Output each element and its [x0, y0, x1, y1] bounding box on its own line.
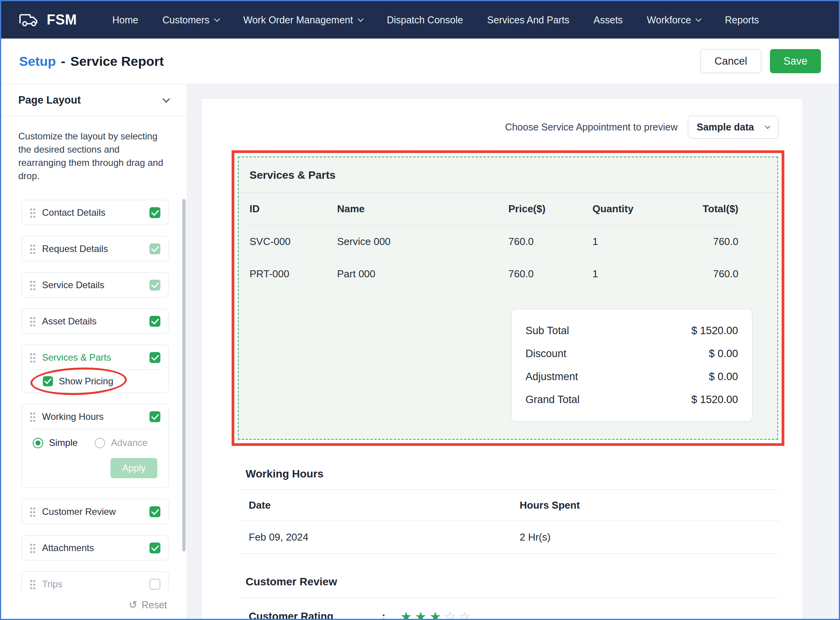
section-checkbox[interactable]: [149, 579, 160, 590]
nav-item-services-and-parts[interactable]: Services And Parts: [475, 1, 582, 39]
nav-item-customers[interactable]: Customers: [150, 1, 231, 39]
layout-section-request-details[interactable]: Request Details: [21, 236, 169, 261]
drag-handle-icon[interactable]: [30, 579, 35, 589]
section-checkbox[interactable]: [149, 207, 160, 218]
layout-section-list: Contact Details Request Details Service …: [1, 200, 187, 597]
subtotal-row: Sub Total $ 1520.00: [525, 319, 738, 342]
discount-row: Discount $ 0.00: [525, 342, 738, 365]
star-icon: ☆: [459, 609, 473, 620]
section-label: Attachments: [42, 542, 94, 553]
nav-menu: Home Customers Work Order Management Dis…: [100, 1, 771, 39]
services-parts-table: ID Name Price($) Quantity Total($) SVC-0…: [239, 193, 777, 290]
totals-summary: Sub Total $ 1520.00 Discount $ 0.00 Adju…: [511, 309, 752, 422]
fsm-logo[interactable]: FSM: [18, 12, 77, 28]
section-label: Service Details: [42, 280, 104, 291]
chevron-down-icon: [765, 123, 770, 129]
app-window: FSM Home Customers Work Order Management…: [0, 0, 840, 620]
page-title: Setup - Service Report: [19, 54, 164, 69]
drag-handle-icon[interactable]: [30, 243, 35, 254]
section-checkbox[interactable]: [149, 411, 160, 422]
breadcrumb-setup[interactable]: Setup: [19, 54, 56, 69]
section-checkbox[interactable]: [149, 542, 160, 553]
layout-section-service-details[interactable]: Service Details: [21, 272, 169, 298]
section-checkbox[interactable]: [149, 316, 160, 327]
nav-item-assets[interactable]: Assets: [582, 1, 635, 39]
chevron-down-icon: [214, 16, 220, 22]
page-header: Setup - Service Report Cancel Save: [1, 39, 839, 84]
radio-simple[interactable]: Simple: [33, 437, 77, 448]
section-checkbox: [149, 280, 160, 291]
show-pricing-option[interactable]: Show Pricing: [30, 370, 160, 393]
layout-section-attachments[interactable]: Attachments: [21, 535, 169, 560]
truck-icon: [18, 12, 40, 27]
nav-item-work-order-management[interactable]: Work Order Management: [231, 1, 375, 39]
section-checkbox: [149, 243, 160, 254]
section-title: Customer Review: [238, 565, 779, 598]
sidebar-footer: ↻ Reset: [1, 591, 186, 619]
header-actions: Cancel Save: [700, 49, 821, 73]
working-hours-mode: Simple Advance: [30, 429, 160, 456]
show-pricing-label: Show Pricing: [59, 376, 113, 387]
section-checkbox[interactable]: [149, 506, 160, 517]
table-row: PRT-000 Part 000 760.0 1 760.0: [250, 258, 738, 290]
nav-item-reports[interactable]: Reports: [713, 1, 771, 39]
chevron-down-icon: [357, 16, 364, 22]
star-icon: ★: [415, 609, 429, 620]
drag-handle-icon[interactable]: [30, 506, 35, 517]
drag-handle-icon[interactable]: [30, 411, 35, 422]
radio-advance[interactable]: Advance: [95, 437, 147, 448]
layout-section-asset-details[interactable]: Asset Details: [21, 308, 169, 334]
table-header-row: Date Hours Spent: [238, 490, 779, 521]
table-row: Feb 09, 2024 2 Hr(s): [238, 521, 779, 554]
sample-data-dropdown[interactable]: Sample data: [688, 116, 778, 139]
section-label: Working Hours: [42, 411, 104, 422]
page-layout-accordion-header[interactable]: Page Layout: [1, 84, 187, 116]
section-checkbox[interactable]: [149, 352, 160, 363]
section-label: Contact Details: [42, 207, 105, 218]
layout-section-working-hours[interactable]: Working Hours Simple Advance: [21, 404, 169, 488]
cancel-button[interactable]: Cancel: [700, 49, 761, 73]
reset-button[interactable]: ↻ Reset: [128, 599, 167, 611]
drag-handle-icon[interactable]: [30, 280, 35, 290]
chooser-label: Choose Service Appointment to preview: [505, 122, 677, 133]
drag-handle-icon[interactable]: [30, 207, 35, 218]
drag-handle-icon[interactable]: [30, 316, 35, 326]
layout-section-contact-details[interactable]: Contact Details: [21, 200, 169, 225]
sidebar-title: Page Layout: [18, 94, 81, 106]
preview-panel: Choose Service Appointment to preview Sa…: [201, 98, 803, 620]
layout-section-services-parts[interactable]: Services & Parts Show Pricing: [21, 345, 169, 393]
chevron-down-icon: [162, 95, 170, 103]
star-rating: ★★★☆☆: [400, 609, 473, 620]
preview-chooser-row: Choose Service Appointment to preview Sa…: [202, 99, 803, 139]
adjustment-row: Adjustment $ 0.00: [525, 365, 738, 388]
section-title: Working Hours: [238, 458, 779, 490]
nav-item-home[interactable]: Home: [100, 1, 151, 39]
reset-icon: ↻: [128, 599, 137, 611]
show-pricing-checkbox[interactable]: [43, 376, 53, 386]
star-icon: ☆: [444, 609, 458, 620]
star-icon: ★: [400, 609, 415, 620]
drag-handle-icon[interactable]: [30, 542, 35, 553]
preview-area: Choose Service Appointment to preview Sa…: [187, 84, 839, 619]
table-header-row: ID Name Price($) Quantity Total($): [250, 193, 738, 225]
title-service-report: Service Report: [70, 54, 164, 69]
save-button[interactable]: Save: [770, 49, 821, 73]
section-label: Services & Parts: [42, 352, 111, 363]
drag-handle-icon[interactable]: [30, 352, 35, 363]
radio-unselected-icon: [95, 438, 105, 448]
nav-item-workforce[interactable]: Workforce: [635, 1, 713, 39]
section-label: Customer Review: [42, 506, 116, 517]
customer-review-section[interactable]: Customer Review Customer Rating : ★★★☆☆: [238, 565, 779, 620]
nav-item-dispatch-console[interactable]: Dispatch Console: [375, 1, 475, 39]
apply-button[interactable]: Apply: [111, 458, 157, 478]
star-icon: ★: [429, 609, 444, 620]
sidebar-description: Customize the layout by selecting the de…: [18, 130, 170, 183]
report-preview-document: Services & Parts ID Name Price($) Quanti…: [238, 150, 779, 620]
working-hours-section[interactable]: Working Hours Date Hours Spent Feb 09, 2…: [238, 458, 779, 554]
section-label: Asset Details: [42, 316, 97, 327]
services-parts-section[interactable]: Services & Parts ID Name Price($) Quanti…: [238, 157, 778, 440]
layout-section-customer-review[interactable]: Customer Review: [21, 499, 169, 524]
sidebar-scrollbar[interactable]: [182, 199, 186, 551]
annotation-red-box: Services & Parts ID Name Price($) Quanti…: [232, 150, 784, 446]
dropdown-value: Sample data: [697, 122, 754, 133]
